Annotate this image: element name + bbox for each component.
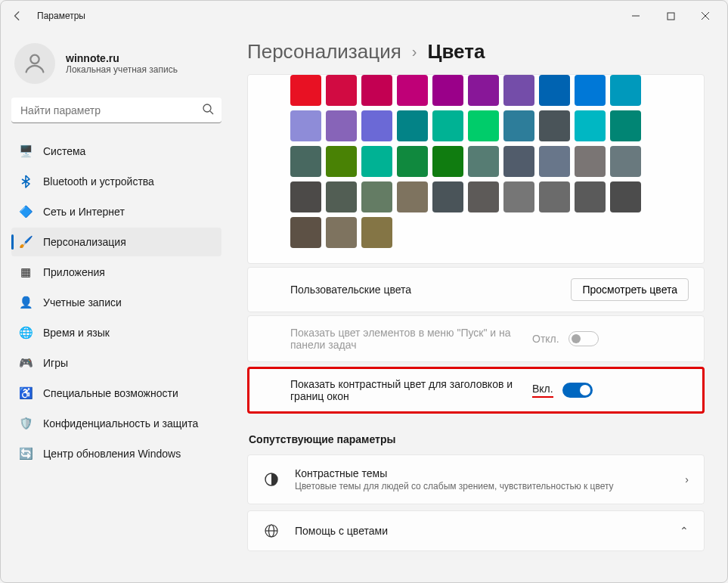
sidebar-item-label: Игры (43, 357, 68, 369)
start-panel-color-label: Показать цвет элементов в меню "Пуск" и … (290, 327, 532, 351)
titlebar-color-row: Показать контрастный цвет для заголовков… (247, 367, 705, 414)
close-button[interactable] (688, 4, 723, 28)
color-swatch[interactable] (361, 75, 392, 106)
color-palette (290, 75, 653, 248)
color-swatch[interactable] (397, 181, 428, 212)
color-swatch[interactable] (326, 146, 357, 177)
color-swatch[interactable] (397, 146, 428, 177)
color-swatch[interactable] (503, 146, 534, 177)
sidebar-item-accounts[interactable]: 👤Учетные записи (11, 288, 221, 317)
window-title: Параметры (37, 11, 85, 21)
color-swatch[interactable] (290, 146, 321, 177)
personalization-icon: 🖌️ (19, 235, 33, 249)
contrast-icon (263, 472, 280, 487)
color-swatch[interactable] (326, 110, 357, 141)
color-swatch[interactable] (432, 181, 463, 212)
color-swatch[interactable] (575, 181, 606, 212)
sidebar-item-label: Время и язык (43, 327, 110, 339)
privacy-icon: 🛡️ (19, 417, 33, 430)
nav: 🖥️СистемаBluetooth и устройства🔷Сеть и И… (11, 137, 221, 468)
sidebar-item-apps[interactable]: ▦Приложения (11, 258, 221, 287)
color-swatch[interactable] (326, 217, 357, 248)
sidebar-item-gaming[interactable]: 🎮Игры (11, 349, 221, 377)
user-block[interactable]: winnote.ru Локальная учетная запись (11, 39, 221, 98)
color-swatch[interactable] (539, 181, 570, 212)
color-swatch[interactable] (610, 75, 641, 106)
system-icon: 🖥️ (19, 144, 33, 158)
color-swatch[interactable] (361, 181, 392, 212)
chevron-up-icon: ⌃ (680, 525, 689, 537)
color-swatch[interactable] (575, 75, 606, 106)
svg-point-4 (30, 55, 39, 64)
sidebar-item-privacy[interactable]: 🛡️Конфиденциальность и защита (11, 409, 221, 438)
color-swatch[interactable] (361, 146, 392, 177)
color-swatch[interactable] (432, 110, 463, 141)
color-swatch[interactable] (432, 146, 463, 177)
color-swatch[interactable] (610, 181, 641, 212)
related-settings-heading: Сопутствующие параметры (249, 433, 705, 445)
svg-line-6 (210, 111, 213, 114)
color-swatch[interactable] (503, 75, 534, 106)
color-swatch[interactable] (468, 75, 499, 106)
maximize-button[interactable] (653, 4, 688, 28)
color-swatch[interactable] (397, 75, 428, 106)
sidebar-item-network[interactable]: 🔷Сеть и Интернет (11, 197, 221, 226)
color-swatch[interactable] (468, 110, 499, 141)
color-swatch[interactable] (468, 146, 499, 177)
color-swatch[interactable] (432, 75, 463, 106)
help-colors-title: Помощь с цветами (295, 525, 664, 537)
color-swatch[interactable] (610, 110, 641, 141)
start-panel-color-row: Показать цвет элементов в меню "Пуск" и … (247, 315, 705, 362)
search-box[interactable] (11, 98, 221, 123)
apps-icon: ▦ (19, 265, 33, 279)
contrast-themes-sub: Цветовые темы для людей со слабым зрение… (295, 481, 670, 492)
titlebar-toggle[interactable] (562, 383, 593, 398)
color-swatch[interactable] (503, 110, 534, 141)
color-swatch[interactable] (539, 75, 570, 106)
custom-colors-label: Пользовательские цвета (290, 284, 571, 296)
color-swatch[interactable] (539, 146, 570, 177)
sidebar-item-label: Персонализация (43, 236, 126, 248)
sidebar-item-label: Центр обновления Windows (43, 448, 181, 460)
color-swatch[interactable] (610, 146, 641, 177)
sidebar-item-time[interactable]: 🌐Время и язык (11, 318, 221, 347)
breadcrumb-current: Цвета (427, 40, 485, 64)
custom-colors-row: Пользовательские цвета Просмотреть цвета (247, 267, 705, 312)
sidebar: winnote.ru Локальная учетная запись 🖥️Си… (1, 31, 228, 582)
sidebar-item-update[interactable]: 🔄Центр обновления Windows (11, 439, 221, 468)
time-icon: 🌐 (19, 326, 33, 340)
view-colors-button[interactable]: Просмотреть цвета (571, 278, 689, 301)
color-swatch[interactable] (575, 146, 606, 177)
color-swatch[interactable] (290, 110, 321, 141)
color-swatch[interactable] (326, 75, 357, 106)
color-swatch[interactable] (397, 110, 428, 141)
chevron-right-icon: › (685, 473, 689, 485)
sidebar-item-accessibility[interactable]: ♿Специальные возможности (11, 379, 221, 408)
sidebar-item-label: Специальные возможности (43, 387, 178, 399)
sidebar-item-system[interactable]: 🖥️Система (11, 137, 221, 166)
sidebar-item-personalization[interactable]: 🖌️Персонализация (11, 228, 221, 256)
color-swatch[interactable] (361, 217, 392, 248)
start-panel-toggle (568, 331, 599, 346)
color-swatch[interactable] (290, 217, 321, 248)
color-swatch[interactable] (575, 110, 606, 141)
chevron-right-icon: › (412, 43, 417, 60)
color-swatch[interactable] (503, 181, 534, 212)
back-button[interactable] (5, 4, 29, 28)
color-swatch[interactable] (539, 110, 570, 141)
sidebar-item-bluetooth[interactable]: Bluetooth и устройства (11, 167, 221, 196)
help-colors-card[interactable]: Помощь с цветами ⌃ (247, 510, 705, 551)
breadcrumb-parent[interactable]: Персонализация (247, 40, 401, 64)
color-swatch[interactable] (361, 110, 392, 141)
sidebar-item-label: Конфиденциальность и защита (43, 417, 198, 429)
color-swatch[interactable] (290, 181, 321, 212)
color-swatch[interactable] (290, 75, 321, 106)
svg-point-5 (203, 104, 211, 112)
search-input[interactable] (11, 98, 221, 123)
color-swatch[interactable] (326, 181, 357, 212)
network-icon: 🔷 (19, 205, 33, 219)
color-swatch[interactable] (468, 181, 499, 212)
globe-icon (263, 523, 280, 538)
minimize-button[interactable] (618, 4, 653, 28)
contrast-themes-card[interactable]: Контрастные темы Цветовые темы для людей… (247, 454, 705, 504)
